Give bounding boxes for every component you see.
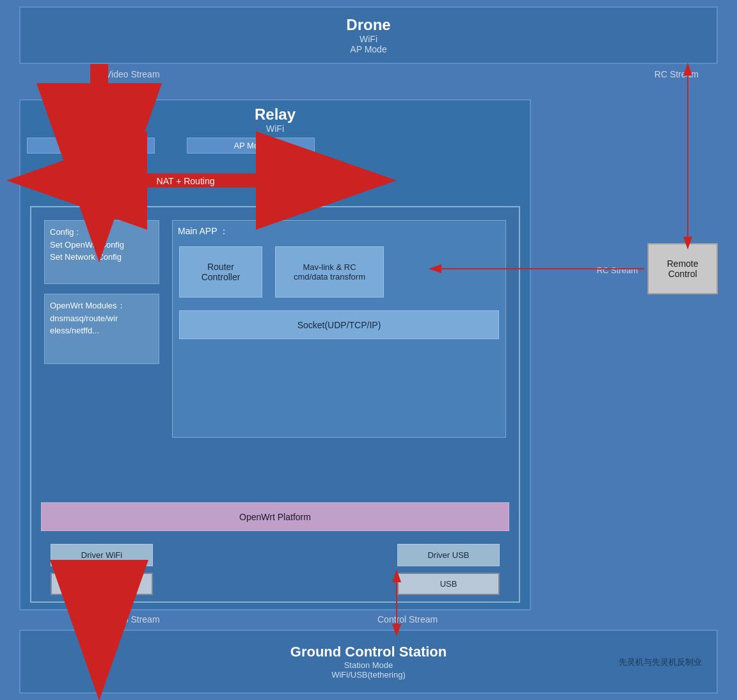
remote-control-box: Remote Control (647, 243, 718, 294)
config-line2: Set Network Config (50, 252, 122, 262)
openwrt-modules-box: OpenWrt Modules： dnsmasq/route/wir eless… (44, 294, 159, 364)
wifi-text: WiFi (93, 579, 110, 589)
video-stream-bottom-label: Video Stream (106, 614, 160, 624)
mavlink-box: Mav-link & RC cmd/data transform (275, 246, 384, 298)
drone-title: Drone (346, 16, 390, 34)
router-controller-box: Router Controller (179, 246, 262, 298)
socket-box: Socket(UDP/TCP/IP) (179, 310, 499, 339)
driver-wifi-box: Driver WiFi (51, 544, 153, 566)
driver-usb-box: Driver USB (397, 544, 500, 566)
relay-box: Relay WiFi Station Mode AP Mode Config :… (19, 99, 531, 610)
rc-stream-middle-label: RC Stream (597, 266, 638, 275)
control-stream-bottom-label: Control Stream (377, 614, 438, 624)
config-label: Config : (50, 227, 79, 237)
watermark-text: 先灵机与先灵机反制业 (619, 657, 702, 667)
router-controller-text: Router Controller (202, 262, 241, 282)
config-box: Config : Set OpenWrt Config Set Network … (44, 220, 159, 284)
ap-mode-tab: AP Mode (187, 138, 315, 154)
station-mode-tab: Station Mode (27, 138, 155, 154)
openwrt-modules-line1: dnsmasq/route/wir (50, 314, 118, 323)
mavlink-line1: Mav-link & RC (303, 262, 356, 272)
relay-modes: Station Mode AP Mode (27, 138, 523, 161)
main-app-area: Main APP ： Router Controller Mav-link & … (172, 220, 506, 438)
remote-control-line2: Control (668, 269, 697, 279)
gcs-wifi-usb: WiFi/USB(tethering) (331, 670, 406, 680)
drone-ap-mode: AP Mode (350, 44, 386, 54)
rc-stream-top-label: RC Stream (654, 69, 699, 79)
openwrt-platform-text: OpenWrt Platform (239, 512, 311, 522)
openwrt-modules-line2: eless/netffd... (50, 326, 99, 335)
openwrt-platform-box: OpenWrt Platform (41, 502, 509, 531)
gcs-box: Ground Control Station Station Mode WiFi… (19, 630, 718, 694)
watermark: 先灵机与先灵机反制业 (619, 656, 702, 668)
config-line1: Set OpenWrt Config (50, 240, 124, 250)
usb-text: USB (440, 579, 457, 589)
relay-title: Relay (255, 106, 296, 123)
main-app-label: Main APP ： (178, 226, 500, 237)
gcs-title: Ground Control Station (290, 644, 447, 660)
mavlink-text: Mav-link & RC cmd/data transform (294, 262, 365, 282)
gcs-station-mode: Station Mode (344, 660, 393, 670)
drone-wifi: WiFi (360, 34, 377, 44)
relay-wifi: WiFi (266, 123, 284, 134)
driver-usb-text: Driver USB (427, 550, 469, 560)
wifi-box: WiFi (51, 573, 153, 595)
socket-text: Socket(UDP/TCP/IP) (297, 320, 381, 330)
inner-box: Config : Set OpenWrt Config Set Network … (30, 206, 520, 603)
relay-header: Relay WiFi (20, 100, 530, 136)
openwrt-modules-text: OpenWrt Modules： dnsmasq/route/wir eless… (50, 299, 154, 337)
router-controller-line1: Router (207, 262, 234, 272)
driver-wifi-text: Driver WiFi (81, 550, 122, 560)
router-controller-line2: Controller (202, 272, 241, 282)
config-text: Config : Set OpenWrt Config Set Network … (50, 226, 154, 264)
remote-control-line1: Remote (667, 259, 698, 269)
video-stream-top-label: Video Stream (106, 69, 160, 79)
openwrt-modules-label: OpenWrt Modules： (50, 301, 125, 310)
remote-control-text: Remote Control (667, 259, 698, 279)
drone-box: Drone WiFi AP Mode (19, 6, 718, 64)
usb-box: USB (397, 573, 500, 595)
mavlink-line2: cmd/data transform (294, 272, 365, 282)
